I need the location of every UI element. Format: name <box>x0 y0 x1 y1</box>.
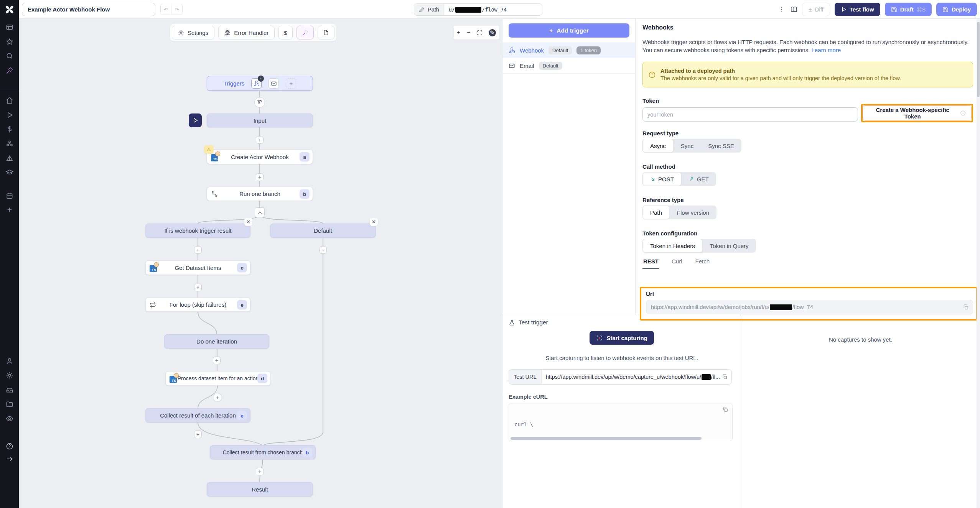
call-method-post[interactable]: POST <box>642 172 682 186</box>
tab-rest[interactable]: REST <box>642 256 659 269</box>
branch-if-node[interactable]: If is webhook trigger result <box>145 224 250 238</box>
docs-book-icon[interactable] <box>790 6 797 13</box>
branch-fork-icon[interactable] <box>255 207 265 217</box>
tab-curl[interactable]: Curl <box>671 256 683 269</box>
email-trigger-chip[interactable] <box>268 78 279 89</box>
dollar-button[interactable]: $ <box>278 26 292 39</box>
search-icon[interactable] <box>5 51 14 61</box>
ai-builder-button[interactable] <box>296 26 314 39</box>
request-type-async[interactable]: Async <box>642 139 674 153</box>
insert-step-icon[interactable]: + <box>256 173 264 181</box>
preprocessor-filter-node[interactable] <box>254 97 265 108</box>
triggers-node[interactable]: Triggers 1 + <box>207 76 313 91</box>
flow-title-input[interactable] <box>22 3 155 16</box>
triggers-icon[interactable] <box>5 153 14 163</box>
create-webhook-token-button[interactable]: Create a Webhook-specific Token <box>863 105 972 121</box>
test-url-value[interactable]: https://app.windmill.dev/api/w/demo/capt… <box>542 370 731 384</box>
input-node[interactable]: Input <box>207 113 313 127</box>
diff-button[interactable]: ± Diff <box>802 3 830 16</box>
zoom-in-icon[interactable]: + <box>457 29 460 36</box>
insert-step-icon[interactable]: + <box>214 394 221 401</box>
insert-step-icon[interactable]: + <box>194 431 202 438</box>
panel-divider[interactable] <box>502 19 502 508</box>
run-input-play-button[interactable] <box>189 113 202 127</box>
horizontal-scrollbar[interactable] <box>511 437 702 440</box>
folders-icon[interactable] <box>5 399 14 409</box>
test-flow-button[interactable]: Test flow <box>835 3 880 16</box>
collect-each-iteration-node[interactable]: Collect result of each iteration e <box>145 408 250 423</box>
reference-type-flow-version[interactable]: Flow version <box>670 206 716 219</box>
deploy-button[interactable]: Deploy <box>936 3 977 16</box>
do-one-iteration-node[interactable]: Do one iteration <box>164 334 269 349</box>
path-value[interactable]: u//flow_74 <box>444 4 542 15</box>
scrollbar-thumb[interactable] <box>977 22 980 97</box>
add-icon[interactable] <box>5 205 14 214</box>
workers-icon[interactable] <box>5 385 14 395</box>
start-capturing-button[interactable]: Start capturing <box>590 331 654 345</box>
settings-gear-icon[interactable] <box>5 370 14 380</box>
copy-icon[interactable] <box>722 406 728 413</box>
remove-branch-icon[interactable]: ✕ <box>244 218 252 226</box>
error-handler-button[interactable]: Error Handler <box>218 26 275 39</box>
process-dataset-item-node[interactable]: TS Process dataset item for an action d <box>165 371 271 386</box>
add-trigger-chip[interactable]: + <box>286 78 296 89</box>
learn-icon[interactable] <box>5 168 14 177</box>
variables-icon[interactable] <box>5 124 14 134</box>
insert-step-icon[interactable]: + <box>213 357 221 364</box>
ai-wand-icon[interactable] <box>5 66 14 75</box>
learn-more-link[interactable]: Learn more <box>812 47 841 53</box>
user-icon[interactable] <box>5 356 14 366</box>
webhook-url-field[interactable]: https://app.windmill.dev/api/w/demo/jobs… <box>646 300 973 314</box>
branch-default-node[interactable]: Default <box>270 224 376 238</box>
insert-step-icon[interactable]: + <box>194 246 202 254</box>
zoom-out-icon[interactable]: − <box>467 29 470 36</box>
token-in-query[interactable]: Token in Query <box>703 239 756 253</box>
insert-step-icon[interactable]: + <box>319 246 327 254</box>
insert-step-icon[interactable]: + <box>194 284 202 291</box>
redo-icon[interactable]: ↷ <box>171 4 183 15</box>
schedules-icon[interactable] <box>5 191 14 201</box>
collect-chosen-branch-node[interactable]: Collect result from chosen branch b <box>210 445 316 459</box>
tab-fetch[interactable]: Fetch <box>695 256 711 269</box>
token-in-headers[interactable]: Token in Headers <box>642 239 703 253</box>
test-url-field[interactable]: Test URL https://app.windmill.dev/api/w/… <box>509 369 732 385</box>
resources-icon[interactable] <box>5 139 14 148</box>
get-dataset-items-node[interactable]: TS Get Dataset Items c <box>145 260 250 275</box>
request-type-sync-sse[interactable]: Sync SSE <box>701 139 741 153</box>
flow-canvas[interactable]: Settings Error Handler $ + − ✎ Triggers <box>19 19 502 508</box>
export-json-button[interactable] <box>318 26 334 39</box>
apps-icon[interactable] <box>5 22 14 32</box>
run-one-branch-node[interactable]: Run one branch b <box>207 187 313 201</box>
favorites-star-icon[interactable] <box>5 37 14 46</box>
request-type-sync[interactable]: Sync <box>674 139 701 153</box>
copy-icon[interactable] <box>963 304 969 310</box>
scrollbar[interactable] <box>977 19 980 508</box>
webhook-trigger-chip[interactable]: 1 <box>251 78 262 89</box>
windmill-logo-icon[interactable] <box>0 0 19 19</box>
runs-icon[interactable] <box>5 110 14 120</box>
token-input[interactable] <box>642 107 858 122</box>
collapse-sidebar-icon[interactable] <box>5 454 14 464</box>
canvas-mode-icon[interactable]: ✎ <box>489 29 496 36</box>
remove-branch-icon[interactable]: ✕ <box>370 218 378 226</box>
fit-view-icon[interactable] <box>477 30 483 36</box>
more-menu-icon[interactable]: ⋮ <box>777 5 786 13</box>
add-trigger-button[interactable]: + Add trigger <box>509 23 629 38</box>
reference-type-path[interactable]: Path <box>642 206 670 219</box>
home-icon[interactable] <box>5 95 14 105</box>
insert-step-icon[interactable]: + <box>256 468 264 475</box>
flow-settings-button[interactable]: Settings <box>172 26 214 39</box>
for-loop-node[interactable]: For loop (skip failures) e <box>145 298 250 312</box>
path-field[interactable]: Path u//flow_74 <box>414 3 542 16</box>
help-icon[interactable] <box>5 441 14 451</box>
audit-eye-icon[interactable] <box>5 414 14 423</box>
undo-icon[interactable]: ↶ <box>160 4 171 15</box>
create-actor-webhook-node[interactable]: TS Create Actor Webhook a <box>207 150 313 164</box>
insert-step-icon[interactable]: + <box>256 136 264 144</box>
draft-button[interactable]: Draft ⌘S <box>885 3 932 16</box>
trigger-row-webhook[interactable]: Webhook Default 1 token <box>502 43 636 58</box>
trigger-row-email[interactable]: Email Default <box>502 58 636 74</box>
result-node[interactable]: Result <box>207 482 313 496</box>
copy-icon[interactable] <box>722 374 728 380</box>
call-method-get[interactable]: GET <box>682 172 716 186</box>
